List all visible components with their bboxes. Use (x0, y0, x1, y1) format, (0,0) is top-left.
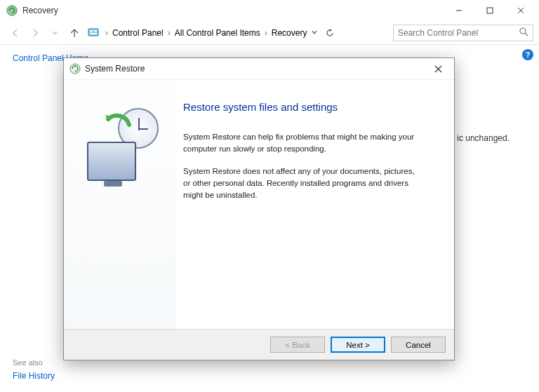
cancel-button[interactable]: Cancel (391, 337, 446, 353)
dialog-heading: Restore system files and settings (183, 101, 439, 113)
chevron-right-icon[interactable]: › (262, 28, 270, 38)
next-button[interactable]: Next > (331, 337, 385, 353)
control-panel-icon (87, 27, 100, 39)
window-title: Recovery (22, 6, 444, 15)
close-button[interactable] (505, 1, 536, 20)
back-arrow-icon[interactable] (6, 23, 25, 43)
address-dropdown-icon[interactable] (311, 28, 318, 38)
svg-rect-5 (88, 29, 98, 36)
recent-dropdown-icon[interactable] (45, 23, 65, 43)
recovery-app-icon (6, 4, 18, 17)
search-box[interactable] (393, 25, 533, 41)
system-restore-icon (69, 63, 81, 74)
dialog-titlebar: System Restore (64, 58, 454, 79)
dialog-body: Restore system files and settings System… (64, 79, 454, 329)
search-icon[interactable] (519, 27, 528, 39)
svg-point-11 (70, 64, 80, 74)
dialog-close-button[interactable] (426, 60, 450, 77)
monitor-icon (87, 142, 136, 181)
minimize-button[interactable] (444, 1, 474, 20)
system-restore-dialog: System Restore Restore system files and … (63, 58, 455, 360)
svg-rect-2 (487, 8, 493, 13)
svg-rect-7 (94, 30, 97, 32)
dialog-title: System Restore (85, 64, 426, 74)
toolbar: › Control Panel › All Control Panel Item… (0, 21, 539, 45)
maximize-button[interactable] (474, 1, 505, 20)
back-button: < Back (270, 337, 325, 353)
background-partial-text: ic unchanged. (457, 133, 510, 143)
svg-rect-8 (90, 33, 97, 34)
breadcrumb-item[interactable]: Recovery (270, 27, 309, 39)
restore-graphic (81, 108, 159, 185)
see-also-label: See also (13, 358, 43, 367)
chevron-right-icon[interactable]: › (102, 28, 111, 38)
svg-rect-6 (90, 30, 93, 32)
up-arrow-icon[interactable] (65, 23, 84, 43)
breadcrumb-item[interactable]: All Control Panel Items (173, 27, 262, 39)
chevron-right-icon[interactable]: › (165, 28, 173, 38)
svg-line-10 (525, 33, 528, 36)
help-icon[interactable]: ? (522, 49, 533, 60)
dialog-main: Restore system files and settings System… (176, 80, 454, 329)
dialog-paragraph: System Restore does not affect any of yo… (183, 165, 422, 201)
breadcrumb-item[interactable]: Control Panel (111, 27, 165, 39)
forward-arrow-icon[interactable] (25, 23, 45, 43)
green-arrow-icon (101, 112, 133, 144)
svg-point-9 (520, 28, 526, 34)
search-input[interactable] (398, 28, 519, 38)
dialog-footer: < Back Next > Cancel (64, 329, 454, 360)
window-titlebar: Recovery (0, 0, 539, 21)
file-history-link[interactable]: File History (13, 371, 55, 381)
window-controls (444, 1, 536, 20)
dialog-sidebar (64, 80, 176, 329)
dialog-paragraph: System Restore can help fix problems tha… (183, 131, 422, 154)
svg-point-0 (7, 6, 17, 15)
refresh-icon[interactable] (321, 24, 339, 42)
